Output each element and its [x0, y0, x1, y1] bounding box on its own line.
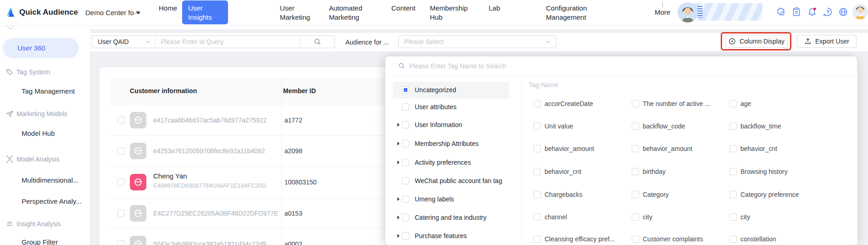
- tree-checkbox[interactable]: [402, 140, 409, 147]
- nav-item-more[interactable]: ⋮ More: [652, 2, 673, 16]
- nav-item-user-marketing[interactable]: User Marketing: [280, 4, 316, 22]
- row-checkbox[interactable]: [117, 147, 125, 155]
- tree-item-purchase-features[interactable]: Purchase features: [385, 227, 522, 245]
- tag-option[interactable]: behavior_amount: [534, 145, 594, 153]
- tag-option[interactable]: The number of active ...: [632, 100, 710, 108]
- nav-item-lab[interactable]: Lab: [489, 4, 500, 13]
- more-label: More: [655, 8, 670, 16]
- tag-option[interactable]: Category preference: [729, 190, 799, 199]
- expand-caret-icon[interactable]: [397, 142, 400, 145]
- people-icon: [6, 220, 13, 228]
- tree-checkbox[interactable]: [402, 121, 409, 128]
- export-user-button[interactable]: Export User: [797, 35, 857, 48]
- chevron-down-icon: [146, 39, 150, 44]
- workspace-selector[interactable]: Demo Center fo···: [85, 9, 141, 17]
- sidebar-section-label: Marketing Models: [17, 110, 67, 117]
- tree-checkbox[interactable]: [402, 159, 409, 166]
- row-checkbox[interactable]: [117, 240, 125, 245]
- sidebar-item-perspective-analysis[interactable]: Perspective Analy...: [22, 197, 82, 205]
- tree-checkbox-indeterminate[interactable]: [402, 86, 409, 94]
- member-id-value: a0002: [284, 240, 302, 245]
- tree-checkbox[interactable]: [402, 177, 409, 184]
- sidebar-item-tag-management[interactable]: Tag Management: [22, 87, 75, 95]
- row-checkbox[interactable]: [117, 210, 125, 217]
- globe-icon[interactable]: [838, 7, 848, 17]
- nav-item-user-insights-active[interactable]: User Insights: [182, 0, 228, 24]
- help-icon[interactable]: ?: [823, 7, 833, 17]
- tree-checkbox[interactable]: [402, 214, 409, 221]
- tree-item-membership-attributes[interactable]: Membership Attributes: [385, 135, 522, 152]
- audience-select[interactable]: Please Select: [398, 35, 556, 48]
- sidebar-section-tag-system[interactable]: Tag System: [6, 68, 50, 76]
- promo-banner[interactable]: [693, 3, 762, 21]
- tree-item-uncategorized[interactable]: Uncategorized: [385, 81, 522, 99]
- tag-option[interactable]: Category: [632, 190, 669, 199]
- expand-caret-icon[interactable]: [397, 123, 400, 127]
- tag-option[interactable]: Cleansing efficacy pref...: [534, 235, 615, 243]
- tag-option[interactable]: backflow_code: [632, 122, 685, 130]
- tree-item-user-attributes[interactable]: User attributes: [385, 98, 522, 116]
- tag-option[interactable]: Browsing history: [729, 167, 788, 176]
- popup-panel-divider: [522, 76, 522, 245]
- expand-caret-icon[interactable]: [397, 161, 400, 164]
- id-query-input-wrap: [156, 36, 300, 48]
- tree-item-user-information[interactable]: User Information: [385, 116, 522, 134]
- nav-item-home[interactable]: Home: [159, 4, 177, 13]
- tag-option[interactable]: behavior_cnt: [729, 145, 777, 153]
- person-scan-icon: [6, 156, 13, 163]
- settings-icon[interactable]: [776, 7, 786, 17]
- row-checkbox[interactable]: [117, 178, 125, 186]
- sidebar-item-user-360[interactable]: User 360: [3, 38, 79, 58]
- tag-option[interactable]: behavior_cnt: [534, 167, 581, 176]
- tag-option[interactable]: Unit value: [534, 122, 573, 130]
- user-avatar[interactable]: [852, 4, 868, 19]
- tree-checkbox[interactable]: [402, 232, 409, 239]
- expand-caret-icon[interactable]: [397, 234, 400, 238]
- id-type-select[interactable]: User QAID: [92, 36, 156, 48]
- expand-caret-icon[interactable]: [397, 197, 400, 201]
- nav-item-configuration-management[interactable]: Configuration Management: [546, 4, 596, 22]
- member-id-value: 100803150: [284, 178, 317, 186]
- bell-icon[interactable]: [807, 7, 817, 17]
- tag-option[interactable]: Chargebacks: [534, 190, 583, 199]
- id-query-input[interactable]: [161, 38, 295, 45]
- sidebar-section-insight-analysis[interactable]: Insight Analysis: [6, 220, 61, 228]
- quick-audience-app: Customer information Member ID e417caa6b…: [0, 0, 868, 245]
- member-id-value: a0153: [284, 210, 302, 217]
- tag-option[interactable]: constellation: [729, 235, 776, 243]
- more-dots-icon: ⋮: [652, 2, 673, 8]
- tree-checkbox[interactable]: [402, 195, 409, 203]
- nav-item-automated-marketing[interactable]: Automated Marketing: [329, 4, 370, 22]
- tree-item-activity-preferences[interactable]: Activity preferences: [385, 154, 522, 171]
- tag-option[interactable]: channel: [534, 213, 567, 221]
- tag-option[interactable]: city: [632, 213, 652, 221]
- sidebar-item-group-filter[interactable]: Group Filter: [22, 238, 58, 245]
- tag-option[interactable]: backflow_time: [729, 122, 781, 130]
- paper-plane-icon: [6, 110, 13, 117]
- tree-item-catering-and-tea[interactable]: Catering and tea industry: [385, 209, 522, 226]
- tree-checkbox[interactable]: [402, 103, 409, 111]
- nav-item-membership-hub[interactable]: Membership Hub: [430, 4, 476, 22]
- expand-caret-icon[interactable]: [397, 216, 400, 219]
- search-button[interactable]: [300, 36, 334, 48]
- tag-option[interactable]: birthday: [632, 167, 666, 176]
- row-checkbox[interactable]: [117, 117, 125, 124]
- sidebar-item-multidimensional[interactable]: Multidimensional...: [22, 176, 78, 184]
- sidebar-section-label: Tag System: [17, 68, 50, 76]
- tag-search-input[interactable]: [409, 62, 666, 70]
- customer-name: Cheng Yan: [153, 172, 187, 180]
- clipboard-icon[interactable]: [791, 7, 801, 17]
- chevron-down-icon: [546, 39, 551, 44]
- tag-option[interactable]: behavior_amount: [632, 145, 692, 153]
- tag-option[interactable]: Customer complaints: [632, 235, 703, 243]
- nav-item-content[interactable]: Content: [391, 4, 416, 13]
- sidebar-section-model-analysis[interactable]: Model Analysis: [6, 156, 59, 163]
- tree-item-wechat-fan-tag[interactable]: WeChat public account fan tag: [385, 172, 522, 189]
- tag-option[interactable]: age: [729, 100, 751, 108]
- tree-item-umeng-labels[interactable]: Umeng labels: [385, 190, 522, 208]
- assistant-avatar[interactable]: [678, 2, 698, 22]
- tag-option[interactable]: city: [729, 213, 750, 221]
- tag-option[interactable]: accorCreateDate: [534, 100, 593, 108]
- sidebar-item-model-hub[interactable]: Model Hub: [22, 129, 55, 137]
- sidebar-section-marketing-models[interactable]: Marketing Models: [6, 110, 67, 117]
